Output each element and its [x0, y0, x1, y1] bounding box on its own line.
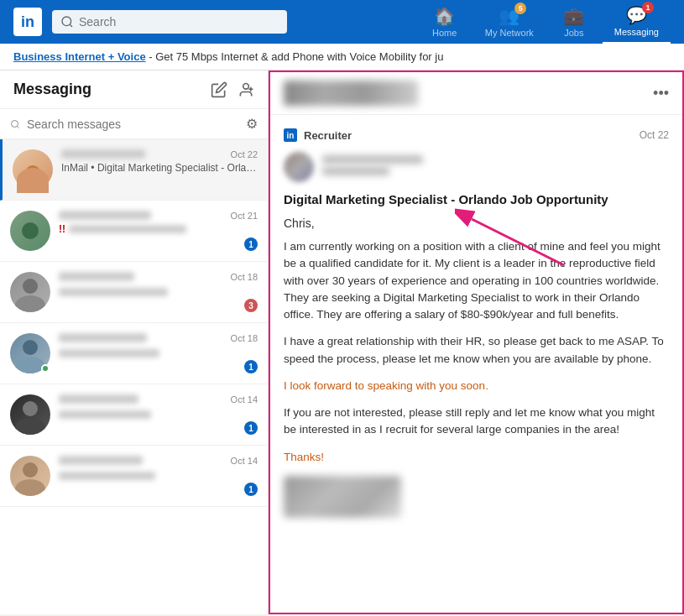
- unread-badge: 1: [244, 238, 258, 251]
- svg-point-2: [243, 83, 249, 89]
- sender-name: [59, 456, 143, 465]
- message-item[interactable]: Oct 21 !! 1: [0, 201, 268, 262]
- nav-item-messaging[interactable]: 💬 1 Messaging: [603, 0, 671, 44]
- message-top: Oct 14: [59, 456, 258, 466]
- contact-banner: [284, 81, 418, 106]
- ad-text: - Get 75 Mbps Internet & add Phone with …: [146, 50, 444, 63]
- nav-item-network[interactable]: 👥 5 My Network: [473, 1, 546, 43]
- message-item[interactable]: Oct 18 1: [0, 323, 268, 384]
- message-content: Oct 14: [59, 456, 258, 483]
- nav-item-home[interactable]: 🏠 Home: [420, 1, 470, 43]
- compose-icon: [211, 81, 227, 98]
- unread-badge: 1: [244, 421, 258, 435]
- more-options-button[interactable]: •••: [653, 85, 669, 102]
- sidebar-actions: [211, 81, 254, 98]
- messaging-icon: 💬 1: [626, 5, 647, 25]
- message-item[interactable]: Oct 18 3: [0, 262, 268, 323]
- sender-name: [59, 211, 151, 220]
- sender-avatar: [284, 152, 314, 182]
- main-content: Messaging: [0, 70, 684, 614]
- message-date: Oct 14: [231, 394, 258, 405]
- message-top: Oct 18: [59, 333, 258, 343]
- recruiter-label: Recruiter: [304, 129, 352, 142]
- message-content: Oct 21 !!: [59, 211, 258, 235]
- message-content: Oct 18: [59, 272, 258, 300]
- preview-blur: [59, 349, 159, 358]
- message-top: Oct 21: [59, 211, 258, 221]
- message-top: Oct 18: [59, 272, 258, 282]
- search-bar[interactable]: [52, 10, 287, 34]
- sender-name: [59, 394, 138, 404]
- app-header: in 🏠 Home 👥 5 My Network 💼 Jo: [0, 0, 684, 44]
- network-icon: 👥 5: [499, 6, 520, 26]
- sidebar-header: Messaging: [0, 70, 268, 109]
- unread-badge: 1: [244, 483, 258, 496]
- message-item[interactable]: Oct 22 InMail • Digital Marketing Specia…: [0, 139, 268, 201]
- message-paragraph-5: Thanks!: [284, 449, 669, 466]
- nav-item-jobs[interactable]: 💼 Jobs: [549, 1, 599, 43]
- add-connection-button[interactable]: [238, 81, 254, 98]
- home-icon: 🏠: [434, 6, 455, 26]
- unread-badge: 1: [244, 360, 258, 373]
- filter-icon[interactable]: ⚙: [246, 116, 258, 132]
- nav-label-home: Home: [432, 28, 457, 38]
- ad-banner: Business Internet + Voice - Get 75 Mbps …: [0, 44, 684, 70]
- sidebar-search[interactable]: ⚙: [0, 109, 268, 139]
- preview-blur: [59, 472, 155, 480]
- signature-blur: [284, 476, 401, 518]
- linkedin-logo: in: [13, 8, 42, 36]
- avatar: [10, 394, 50, 435]
- nav-label-jobs: Jobs: [564, 28, 583, 38]
- avatar: [10, 211, 50, 251]
- message-list: Oct 22 InMail • Digital Marketing Specia…: [0, 139, 268, 614]
- sender-info: [322, 155, 423, 179]
- detail-body: in Recruiter Oct 22 Digital Marketing Sp…: [270, 115, 682, 613]
- message-date: Oct 18: [231, 272, 258, 282]
- linkedin-in-badge: in: [284, 128, 297, 142]
- message-preview: InMail • Digital Marketing Specialist - …: [61, 162, 258, 174]
- nav-label-network: My Network: [485, 28, 534, 38]
- sender-name: [59, 272, 134, 281]
- svg-line-6: [17, 126, 18, 128]
- detail-header-left: [284, 81, 418, 106]
- message-date: Oct 21: [231, 211, 258, 221]
- sender-name: [59, 333, 147, 342]
- search-icon: [60, 15, 74, 29]
- search-input[interactable]: [79, 15, 279, 29]
- message-date: Oct 22: [231, 149, 258, 159]
- sender-name-blur: [322, 155, 423, 164]
- avatar: [10, 272, 50, 312]
- message-paragraph-2: I have a great relationship with their H…: [284, 333, 669, 368]
- main-nav: 🏠 Home 👥 5 My Network 💼 Jobs 💬 1 Messa: [420, 0, 671, 44]
- compose-button[interactable]: [211, 81, 227, 98]
- message-date: Oct 14: [231, 456, 258, 466]
- message-top: Oct 14: [59, 394, 258, 405]
- preview-blur: [69, 225, 186, 233]
- avatar: [13, 149, 53, 190]
- sender-title-blur: [322, 167, 389, 175]
- sender-name: [61, 149, 145, 159]
- svg-point-5: [12, 120, 18, 127]
- message-paragraph-4: If you are not interested, please still …: [284, 405, 669, 439]
- message-subject: Digital Marketing Specialist - Orlando J…: [284, 192, 669, 206]
- message-content: Oct 18: [59, 333, 258, 361]
- message-content: Oct 14: [59, 394, 258, 422]
- detail-date: Oct 22: [640, 129, 669, 141]
- messaging-badge: 1: [642, 2, 654, 13]
- message-date: Oct 18: [231, 333, 258, 343]
- sidebar-search-icon: [10, 118, 20, 130]
- jobs-icon: 💼: [563, 6, 584, 26]
- search-messages-input[interactable]: [27, 117, 239, 131]
- preview-blur: [59, 410, 151, 419]
- message-item[interactable]: Oct 14 1: [0, 384, 268, 446]
- detail-header: •••: [270, 72, 682, 115]
- preview-blur: [59, 288, 168, 296]
- message-item[interactable]: Oct 14 1: [0, 446, 268, 507]
- message-greeting: Chris,: [284, 217, 669, 230]
- svg-point-0: [62, 17, 71, 26]
- message-preview: !!: [59, 223, 65, 235]
- message-top: Oct 22: [61, 149, 258, 159]
- message-detail: ••• in Recruiter Oct 22 Digital Marketin…: [269, 70, 684, 614]
- messaging-sidebar: Messaging: [0, 70, 269, 614]
- ad-link[interactable]: Business Internet + Voice: [13, 50, 146, 63]
